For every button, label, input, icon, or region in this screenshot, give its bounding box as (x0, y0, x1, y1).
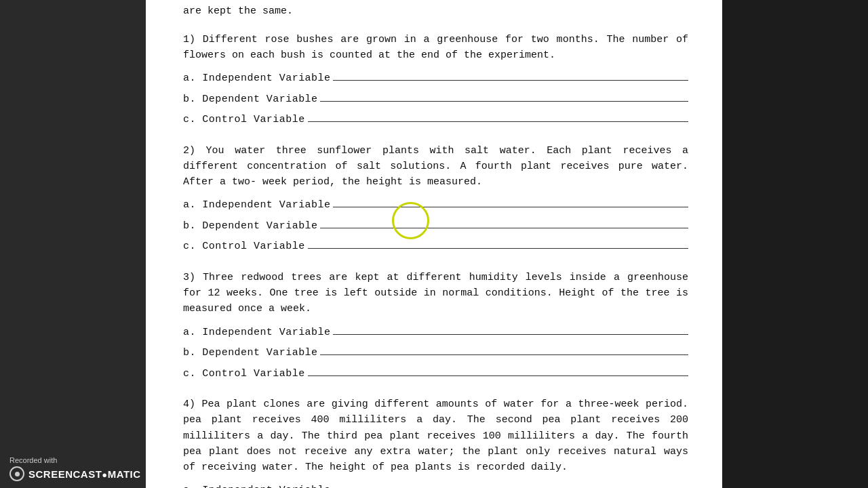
q3-dependent-label: b. Dependent Variable (183, 346, 317, 361)
q3-independent-line (333, 334, 688, 335)
q1-dependent: b. Dependent Variable (183, 92, 688, 108)
question-4: 4) Pea plant clones are giving different… (183, 396, 688, 488)
q3-dependent: b. Dependent Variable (183, 346, 688, 361)
q1-dependent-label: b. Dependent Variable (183, 92, 317, 108)
left-sidebar: Recorded with SCREENCAST●MATIC (0, 0, 146, 488)
document-content: are kept the same. 1) Different rose bus… (146, 0, 722, 488)
question-1-text: 1) Different rose bushes are grown in a … (183, 32, 688, 64)
q3-independent-label: a. Independent Variable (183, 325, 330, 341)
q4-independent-label: a. Independent Variable (183, 483, 330, 488)
q1-independent-line (333, 80, 688, 81)
question-2-text: 2) You water three sunflower plants with… (183, 143, 688, 190)
q3-control-line (308, 375, 688, 376)
q1-control-line (308, 121, 688, 122)
q3-independent: a. Independent Variable (183, 325, 688, 341)
right-sidebar (722, 0, 868, 488)
question-1: 1) Different rose bushes are grown in a … (183, 32, 688, 128)
q3-control-label: c. Control Variable (183, 367, 305, 382)
q3-control: c. Control Variable (183, 367, 688, 382)
q4-independent: a. Independent Variable (183, 483, 688, 488)
q2-control-line (308, 248, 688, 249)
q2-control: c. Control Variable (183, 239, 688, 255)
q2-dependent-label: b. Dependent Variable (183, 219, 317, 235)
document-area: are kept the same. 1) Different rose bus… (146, 0, 722, 488)
question-3: 3) Three redwood trees are kept at diffe… (183, 270, 688, 382)
q1-independent-label: a. Independent Variable (183, 71, 330, 87)
question-3-text: 3) Three redwood trees are kept at diffe… (183, 270, 688, 317)
q1-control-label: c. Control Variable (183, 113, 305, 128)
screencast-logo-icon (9, 466, 24, 481)
q2-independent-label: a. Independent Variable (183, 198, 330, 214)
q2-control-label: c. Control Variable (183, 239, 305, 255)
q2-dependent-line (320, 228, 688, 228)
logo-dot (15, 472, 20, 476)
question-4-text: 4) Pea plant clones are giving different… (183, 396, 688, 475)
q1-control: c. Control Variable (183, 113, 688, 128)
q2-independent-line (333, 207, 688, 207)
q2-dependent: b. Dependent Variable (183, 219, 688, 235)
branding-area: Recorded with SCREENCAST●MATIC (0, 449, 146, 488)
q1-independent: a. Independent Variable (183, 71, 688, 87)
brand-name: SCREENCAST●MATIC (28, 468, 141, 480)
q1-dependent-line (320, 101, 688, 102)
q3-dependent-line (320, 354, 688, 355)
recorded-with-label: Recorded with (9, 455, 136, 465)
partial-top-text: are kept the same. (183, 0, 688, 32)
brand-logo-row: SCREENCAST●MATIC (9, 466, 136, 481)
question-2: 2) You water three sunflower plants with… (183, 143, 688, 255)
q2-independent: a. Independent Variable (183, 198, 688, 214)
